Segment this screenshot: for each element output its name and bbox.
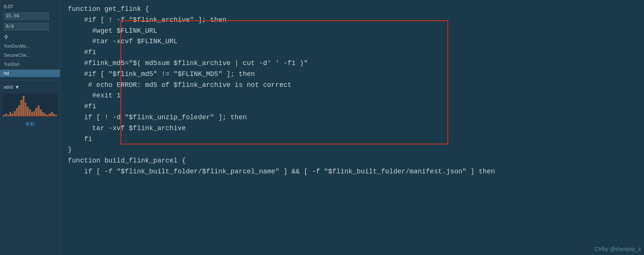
graph-bar xyxy=(20,100,22,116)
code-line: } xyxy=(68,144,636,155)
graph-bar xyxy=(44,114,46,116)
graph-bar xyxy=(12,114,14,116)
command-label-row: 令 xyxy=(0,33,60,41)
metric-cpu: 0.07 xyxy=(0,3,60,10)
graph-bar xyxy=(23,96,24,116)
command-label: 令 xyxy=(4,33,9,40)
graph-bar xyxy=(18,105,20,116)
graph-bar xyxy=(35,108,37,116)
graph-bar xyxy=(16,108,18,116)
sidebar-item-yundunmo[interactable]: YunDunMo... xyxy=(0,42,60,50)
code-line: #if [ ! -f "$flink_archive" ]; then xyxy=(68,15,636,26)
graph-bar xyxy=(8,115,9,116)
divider-1 xyxy=(0,80,60,80)
code-line: #fi xyxy=(68,101,636,112)
graph-bar xyxy=(34,111,35,116)
graph-bar xyxy=(5,114,7,116)
graph-bar xyxy=(49,114,50,116)
graph-bar xyxy=(14,111,16,116)
code-line: #exit 1 xyxy=(68,90,636,101)
graph-bar xyxy=(25,103,27,116)
code-line: if [ ! -d "$flink_unzip_foleder" ]; then xyxy=(68,112,636,123)
graph-bar xyxy=(55,115,57,116)
code-line: # echo ERROR: md5 of $flink_archive is n… xyxy=(68,80,636,91)
code-line: function get_flink { xyxy=(68,4,636,15)
graph-bar xyxy=(42,112,44,116)
code-line: tar -xvf $flink_archive xyxy=(68,123,636,134)
sidebar-item-securache[interactable]: SecureChe... xyxy=(0,52,60,59)
graph-bar xyxy=(46,115,48,116)
code-editor[interactable]: function get_flink { #if [ ! -f "$flink_… xyxy=(60,0,644,255)
bottom-label[interactable]: 本机 xyxy=(0,119,60,129)
graph-bar xyxy=(27,107,29,116)
code-line: fi xyxy=(68,134,636,145)
graph-bars xyxy=(2,94,58,116)
code-line: #flink_md5="$( md5sum $flink_archive | c… xyxy=(68,58,636,69)
graph-bar xyxy=(51,112,53,116)
metric-input-1[interactable]: 15.5G xyxy=(4,12,49,20)
graph-bar xyxy=(53,114,55,116)
code-line: if [ -f "$flink_built_folder/$flink_parc… xyxy=(68,166,636,177)
metric-input-2[interactable]: 0/0 xyxy=(4,23,49,30)
graph-bar xyxy=(29,109,31,116)
graph-bar xyxy=(9,112,11,116)
code-line: #wget $FLINK_URL xyxy=(68,26,636,36)
network-label: eth0 ▼ xyxy=(4,84,20,90)
graph-bar xyxy=(40,109,42,116)
code-line: function build_flink_parcel { xyxy=(68,155,636,166)
graph-bar xyxy=(31,112,33,116)
network-graph xyxy=(2,94,58,116)
bottom-right-label: Ctrlby @shenpoy_4 xyxy=(595,246,641,252)
graph-bar xyxy=(3,115,5,116)
sidebar-item-yundun[interactable]: YunDun xyxy=(0,61,60,68)
network-label-row[interactable]: eth0 ▼ xyxy=(0,83,60,91)
graph-bar xyxy=(38,105,40,116)
code-line: #if [ "$flink_md5" != "$FLINK_MD5" ]; th… xyxy=(68,69,636,80)
code-line: #tar -xcvf $FLINK_URL xyxy=(68,36,636,47)
sidebar-item-hd[interactable]: hd xyxy=(0,70,60,77)
code-line: #fi xyxy=(68,47,636,58)
main-content: function get_flink { #if [ ! -f "$flink_… xyxy=(60,0,644,255)
sidebar: 0.07 15.5G 0/0 令 YunDunMo... SecureChe..… xyxy=(0,0,60,255)
